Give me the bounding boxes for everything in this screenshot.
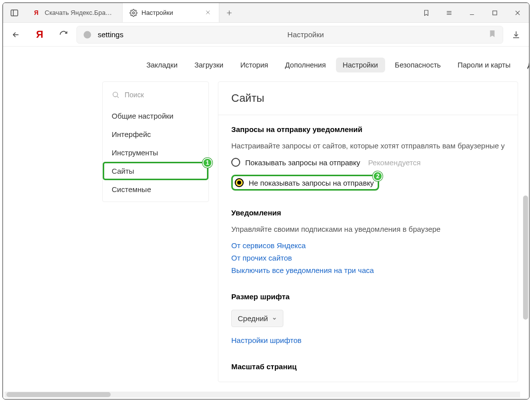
select-value: Средний — [238, 314, 268, 323]
yandex-home-button[interactable]: Я — [29, 23, 51, 46]
nav-passwords[interactable]: Пароли и карты — [451, 58, 518, 72]
settings-sidebar: Поиск Общие настройки Интерфейс Инструме… — [102, 81, 209, 202]
site-info-icon[interactable] — [83, 30, 92, 39]
section-font-size: Размер шрифта Средний Настройки шрифтов — [218, 282, 518, 352]
section-heading: Запросы на отправку уведомлений — [231, 125, 505, 134]
tab-yandex-download[interactable]: Я Скачать Яндекс.Браузер д — [26, 3, 123, 22]
yandex-favicon-icon: Я — [33, 9, 41, 17]
radio-hide-requests[interactable]: Не показывать запросы на отправку 2 — [231, 175, 379, 191]
window-close-button[interactable] — [506, 3, 529, 22]
radio-icon — [231, 158, 240, 167]
toolbar: Я settings Настройки — [3, 23, 529, 47]
sidebar-search-placeholder: Поиск — [125, 91, 144, 99]
window-controls — [415, 3, 529, 22]
bookmarks-flag-icon[interactable] — [415, 3, 438, 22]
radio-label: Показывать запросы на отправку — [245, 158, 360, 167]
section-page-scale: Масштаб страниц — [218, 352, 518, 382]
page-title-label: Настройки — [130, 30, 482, 39]
nav-security[interactable]: Безопасность — [388, 58, 448, 72]
panel-title: Сайты — [218, 82, 518, 115]
link-yandex-services[interactable]: От сервисов Яндекса — [231, 241, 505, 250]
gear-icon — [130, 9, 137, 17]
svg-point-3 — [133, 12, 134, 14]
link-other-sites[interactable]: От прочих сайтов — [231, 254, 505, 262]
horizontal-scrollbar[interactable] — [4, 392, 520, 398]
svg-text:Я: Я — [34, 9, 39, 16]
address-bar[interactable]: settings Настройки — [76, 26, 503, 44]
sidebar-item-system[interactable]: Системные — [103, 180, 208, 199]
sidebar-item-general[interactable]: Общие настройки — [103, 107, 208, 125]
tab-settings[interactable]: Настройки — [123, 3, 219, 22]
address-bar-text: settings — [98, 30, 124, 39]
nav-downloads[interactable]: Загрузки — [188, 58, 230, 72]
radio-label: Не показывать запросы на отправку — [249, 179, 374, 187]
section-heading: Размер шрифта — [231, 292, 505, 301]
nav-settings[interactable]: Настройки — [336, 58, 385, 72]
section-notifications: Уведомления Управляйте своими подписками… — [218, 199, 518, 282]
svg-rect-12 — [493, 10, 497, 14]
scrollbar-thumb[interactable] — [6, 392, 111, 397]
menu-button[interactable] — [438, 3, 461, 22]
tab-label: Настройки — [141, 9, 173, 16]
new-tab-button[interactable] — [219, 3, 239, 22]
bookmark-icon[interactable] — [488, 29, 497, 40]
nav-addons[interactable]: Дополнения — [278, 58, 332, 72]
window-minimize-button[interactable] — [461, 3, 483, 22]
titlebar: Я Скачать Яндекс.Браузер д Настройки — [3, 3, 529, 23]
svg-point-16 — [84, 31, 91, 38]
sidebar-item-label: Сайты — [112, 167, 134, 175]
reload-button[interactable] — [53, 23, 74, 46]
link-font-settings[interactable]: Настройки шрифтов — [231, 336, 505, 344]
nav-history[interactable]: История — [233, 58, 275, 72]
downloads-button[interactable] — [505, 23, 527, 46]
sidebar-item-tools[interactable]: Инструменты — [103, 143, 208, 162]
settings-page: Закладки Загрузки История Дополнения Нас… — [3, 47, 529, 399]
close-tab-icon[interactable] — [205, 9, 212, 16]
annotation-badge-1: 1 — [202, 158, 212, 168]
nav-other-devices[interactable]: Другие устро — [521, 58, 529, 72]
browser-window: Я Скачать Яндекс.Браузер д Настройки — [2, 2, 530, 400]
svg-rect-0 — [11, 10, 18, 16]
tab-label: Скачать Яндекс.Браузер д — [45, 9, 115, 16]
annotation-badge-2: 2 — [373, 171, 383, 181]
section-heading: Масштаб страниц — [231, 362, 505, 371]
section-description: Настраивайте запросы от сайтов, которые … — [231, 140, 505, 151]
radio-icon — [235, 178, 244, 187]
nav-bookmarks[interactable]: Закладки — [139, 58, 185, 72]
window-maximize-button[interactable] — [483, 3, 506, 22]
settings-topnav: Закладки Загрузки История Дополнения Нас… — [139, 47, 529, 81]
back-button[interactable] — [5, 23, 27, 46]
font-size-select[interactable]: Средний — [231, 310, 283, 327]
sidebar-item-sites[interactable]: Сайты 1 — [103, 162, 208, 180]
radio-hint: Рекомендуется — [368, 158, 421, 167]
vertical-scrollbar[interactable] — [523, 196, 528, 320]
sidebar-item-interface[interactable]: Интерфейс — [103, 125, 208, 143]
section-description: Управляйте своими подписками на уведомле… — [231, 224, 505, 234]
sidebar-panels-button[interactable] — [3, 3, 26, 22]
svg-point-19 — [113, 92, 118, 97]
section-notification-requests: Запросы на отправку уведомлений Настраив… — [218, 115, 518, 199]
chevron-down-icon — [272, 316, 277, 321]
radio-show-requests[interactable]: Показывать запросы на отправку Рекоменду… — [231, 158, 505, 167]
link-mute-3h[interactable]: Выключить все уведомления на три часа — [231, 266, 505, 274]
settings-main-panel: Сайты Запросы на отправку уведомлений На… — [218, 81, 518, 382]
svg-line-20 — [117, 96, 119, 98]
sidebar-search[interactable]: Поиск — [103, 85, 208, 107]
section-heading: Уведомления — [231, 208, 505, 217]
